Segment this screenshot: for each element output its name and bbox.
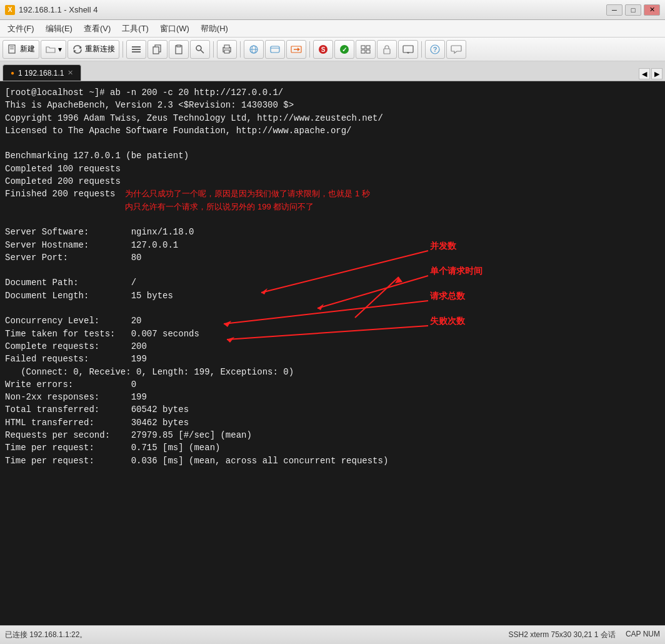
svg-rect-16: [224, 50, 229, 53]
network-icon: [248, 44, 259, 55]
print-button[interactable]: [217, 40, 237, 59]
tab-prev-button[interactable]: ◀: [639, 68, 650, 79]
network-button[interactable]: [244, 40, 264, 59]
help-button[interactable]: ?: [425, 40, 445, 59]
svg-rect-6: [132, 49, 141, 50]
tab-next-button[interactable]: ▶: [651, 68, 662, 79]
new-button[interactable]: 新建: [2, 40, 39, 59]
terminal-line-7: Completed 100 requests: [5, 163, 660, 175]
terminal-line-29: Time per request: 0.036 [ms] (mean, acro…: [5, 455, 660, 467]
terminal-line-28: Time per request: 0.715 [ms] (mean): [5, 441, 660, 454]
copy-button[interactable]: [148, 40, 168, 59]
separator3: [240, 41, 241, 58]
sftp-button[interactable]: [286, 40, 306, 59]
tab-close-button[interactable]: ✕: [68, 69, 73, 77]
separator5: [421, 41, 422, 58]
terminal-wrapper: [root@localhost ~]# ab -n 200 -c 20 http…: [0, 81, 665, 625]
terminal-line-4: Licensed to The Apache Software Foundati…: [5, 124, 660, 137]
cap-num-status: CAP NUM: [626, 630, 660, 640]
reconnect-label: 重新连接: [85, 44, 115, 54]
terminal-line-20: Complete requests: 200: [5, 340, 660, 353]
display-button[interactable]: [398, 40, 418, 59]
terminal-line-17: [5, 302, 660, 314]
minimize-button[interactable]: ─: [606, 4, 622, 16]
svg-text:✓: ✓: [342, 46, 347, 53]
separator2: [213, 41, 214, 58]
menu-help[interactable]: 帮助(H): [196, 22, 233, 36]
window-controls: ─ □ ✕: [606, 4, 660, 16]
svg-text:S: S: [321, 46, 326, 53]
terminal[interactable]: [root@localhost ~]# ab -n 200 -c 20 http…: [0, 81, 665, 625]
terminal-line-12: Server Hostname: 127.0.0.1: [5, 239, 660, 251]
terminal-line-25: Total transferred: 60542 bytes: [5, 403, 660, 416]
terminal-line-24: Non-2xx responses: 199: [5, 391, 660, 403]
terminal-line-2: This is ApacheBench, Version 2.3 <$Revis…: [5, 99, 660, 111]
terminal-line-5: [5, 137, 660, 149]
terminal-line-9: Finished 200 requests: [5, 188, 115, 200]
separator1: [122, 41, 123, 58]
close-button[interactable]: ✕: [644, 4, 660, 16]
lock-button[interactable]: [377, 40, 397, 59]
search-button[interactable]: [190, 40, 210, 59]
terminal-line-10: [5, 213, 660, 226]
chat-button[interactable]: [446, 40, 466, 59]
terminal-line-27: Requests per second: 27979.85 [#/sec] (m…: [5, 429, 660, 441]
reconnect-button[interactable]: 重新连接: [68, 40, 119, 59]
svg-rect-31: [361, 50, 365, 53]
terminal-line-19: Time taken for tests: 0.007 seconds: [5, 328, 660, 340]
separator4: [309, 41, 310, 58]
svg-rect-29: [361, 46, 365, 49]
copy-icon: [152, 44, 163, 55]
settings-icon: [131, 44, 142, 55]
svg-line-39: [355, 277, 399, 318]
open-button[interactable]: ▾: [41, 40, 66, 59]
connection-status: 已连接 192.168.1.1:22。: [5, 630, 87, 640]
terminal-line-14: [5, 264, 660, 276]
settings-button[interactable]: [126, 40, 146, 59]
ssh-info: SSH2 xterm 75x30 30,21 1 会话: [508, 630, 615, 640]
new-icon: [7, 44, 18, 55]
sftp-icon: [291, 44, 302, 55]
terminal-line-22: (Connect: 0, Receive: 0, Length: 199, Ex…: [5, 366, 660, 378]
maximize-button[interactable]: □: [625, 4, 641, 16]
window-title: 192.168.1.1 - Xshell 4: [19, 5, 98, 14]
red-s-icon: S: [318, 44, 329, 55]
svg-rect-11: [177, 45, 181, 47]
menu-edit[interactable]: 编辑(E): [41, 22, 78, 36]
network2-icon: [269, 44, 281, 55]
paste-button[interactable]: [169, 40, 189, 59]
svg-rect-15: [224, 45, 229, 48]
tab-navigation: ◀ ▶: [639, 68, 662, 81]
svg-point-12: [196, 46, 201, 51]
red-icon-button[interactable]: S: [313, 40, 333, 59]
svg-rect-32: [366, 50, 370, 53]
terminal-line-prompt: [root@localhost ~]# ab -n 200 -c 20 http…: [5, 86, 660, 99]
green-icon-button[interactable]: ✓: [334, 40, 354, 59]
network2-button[interactable]: [265, 40, 285, 59]
title-bar: X 192.168.1.1 - Xshell 4 ─ □ ✕: [0, 0, 665, 20]
tab-session1[interactable]: ● 1 192.168.1.1 ✕: [2, 64, 81, 81]
svg-rect-7: [132, 51, 141, 53]
svg-rect-5: [132, 46, 141, 48]
status-bar: 已连接 192.168.1.1:22。 SSH2 xterm 75x30 30,…: [0, 625, 665, 644]
terminal-line-26: HTML transferred: 30462 bytes: [5, 416, 660, 429]
svg-rect-33: [384, 49, 390, 54]
terminal-line-13: Server Port: 80: [5, 251, 660, 264]
terminal-line-6: Benchmarking 127.0.0.1 (be patient): [5, 149, 660, 162]
tab-bar: ● 1 192.168.1.1 ✕ ◀ ▶: [0, 61, 665, 81]
menu-window[interactable]: 窗口(W): [155, 22, 194, 36]
menu-view[interactable]: 查看(V): [79, 22, 116, 36]
reconnect-icon: [72, 44, 83, 55]
menu-tools[interactable]: 工具(T): [117, 22, 154, 36]
menu-bar: 文件(F) 编辑(E) 查看(V) 工具(T) 窗口(W) 帮助(H): [0, 20, 665, 38]
menu-file[interactable]: 文件(F): [2, 22, 39, 36]
concurrent-arrow-svg: [349, 271, 424, 321]
tab-label: 1 192.168.1.1: [18, 69, 64, 78]
folder-icon: [45, 44, 56, 55]
svg-rect-9: [153, 47, 159, 54]
svg-line-13: [201, 50, 204, 53]
terminal-line-23: Write errors: 0: [5, 378, 660, 391]
new-label: 新建: [20, 44, 35, 54]
annotation-text1: 为什么只成功了一个呢，原因是因为我们做了请求限制，也就是 1 秒 内只允许有一个…: [125, 189, 369, 211]
grid-button[interactable]: [356, 40, 376, 59]
